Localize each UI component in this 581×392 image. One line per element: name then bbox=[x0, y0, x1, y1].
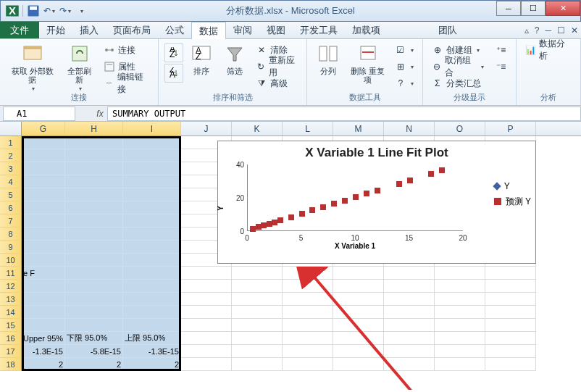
cell[interactable] bbox=[485, 358, 536, 371]
cell[interactable]: 上限 95.0% bbox=[123, 332, 181, 345]
cell[interactable]: -1.3E-15 bbox=[123, 345, 181, 358]
cell[interactable] bbox=[22, 293, 65, 306]
cell[interactable] bbox=[435, 332, 485, 345]
cell[interactable] bbox=[123, 319, 181, 332]
cell[interactable]: e F bbox=[22, 267, 65, 280]
cell[interactable] bbox=[485, 345, 536, 358]
excel-icon[interactable]: X bbox=[5, 4, 20, 18]
cell[interactable] bbox=[384, 267, 435, 280]
column-header[interactable]: J bbox=[181, 122, 232, 135]
cell[interactable] bbox=[384, 306, 435, 319]
menu-tab[interactable]: 开始 bbox=[39, 22, 72, 38]
menu-tab[interactable]: 公式 bbox=[158, 22, 191, 38]
doc-min-icon[interactable]: ─ bbox=[545, 25, 551, 36]
cell[interactable] bbox=[384, 319, 435, 332]
cell[interactable] bbox=[65, 201, 123, 214]
doc-close-icon[interactable]: ✕ bbox=[571, 25, 578, 36]
menu-tab[interactable]: 页面布局 bbox=[106, 22, 158, 38]
cell[interactable]: Upper 95% bbox=[22, 332, 65, 345]
cell[interactable] bbox=[435, 358, 485, 371]
cell[interactable] bbox=[65, 267, 123, 280]
row-header[interactable]: 5 bbox=[0, 188, 22, 201]
cell[interactable] bbox=[65, 319, 123, 332]
column-header[interactable]: K bbox=[232, 122, 283, 135]
cell[interactable] bbox=[435, 267, 485, 280]
cell[interactable] bbox=[333, 332, 384, 345]
cell[interactable] bbox=[333, 306, 384, 319]
row-header[interactable]: 9 bbox=[0, 241, 22, 254]
row-header[interactable]: 14 bbox=[0, 306, 22, 319]
cell[interactable] bbox=[123, 254, 181, 267]
sort-button[interactable]: AZ排序 bbox=[186, 41, 217, 77]
column-header[interactable]: G bbox=[22, 122, 65, 135]
help-icon[interactable]: ? bbox=[535, 25, 540, 36]
select-all-corner[interactable] bbox=[0, 122, 22, 135]
doc-restore-icon[interactable]: ☐ bbox=[557, 25, 565, 36]
cell[interactable] bbox=[65, 293, 123, 306]
cell[interactable] bbox=[22, 214, 65, 228]
cell[interactable] bbox=[181, 332, 232, 345]
cell[interactable] bbox=[22, 306, 65, 319]
redo-icon[interactable]: ↷▾ bbox=[58, 4, 72, 18]
cell[interactable] bbox=[232, 280, 283, 293]
minimize-ribbon-icon[interactable]: ▵ bbox=[524, 25, 529, 36]
cell[interactable] bbox=[22, 175, 65, 188]
connections-button[interactable]: 连接 bbox=[101, 42, 153, 58]
cell[interactable] bbox=[181, 306, 232, 319]
cell[interactable] bbox=[123, 214, 181, 228]
close-button[interactable]: ✕ bbox=[546, 1, 580, 16]
sort-desc-button[interactable]: ZA bbox=[164, 64, 183, 83]
cell[interactable] bbox=[384, 293, 435, 306]
worksheet-grid[interactable]: GHIJKLMNOP 1234567891011e F1213141516Upp… bbox=[0, 122, 581, 390]
minimize-button[interactable]: ─ bbox=[496, 1, 521, 16]
cell[interactable] bbox=[435, 319, 485, 332]
save-icon[interactable] bbox=[26, 4, 41, 18]
menu-tab[interactable]: 加载项 bbox=[345, 22, 388, 38]
column-header[interactable]: P bbox=[485, 122, 536, 135]
data-analysis-button[interactable]: 📊数据分析 bbox=[522, 42, 574, 58]
cell[interactable] bbox=[333, 319, 384, 332]
column-header[interactable]: M bbox=[333, 122, 384, 135]
reapply-button[interactable]: ↻重新应用 bbox=[253, 59, 301, 75]
cell[interactable] bbox=[22, 149, 65, 162]
refresh-all-button[interactable]: 全部刷新▾ bbox=[62, 41, 98, 93]
cell[interactable]: 下限 95.0% bbox=[65, 332, 123, 345]
row-header[interactable]: 12 bbox=[0, 280, 22, 293]
fx-icon[interactable]: fx bbox=[93, 109, 107, 119]
menu-tab[interactable] bbox=[388, 22, 402, 38]
cell[interactable] bbox=[333, 280, 384, 293]
menu-tab[interactable]: 开发工具 bbox=[293, 22, 345, 38]
cell[interactable] bbox=[123, 280, 181, 293]
cell[interactable] bbox=[65, 280, 123, 293]
row-header[interactable]: 10 bbox=[0, 254, 22, 267]
cell[interactable] bbox=[65, 136, 123, 149]
remove-duplicates-button[interactable]: 删除 重复项 bbox=[346, 41, 388, 86]
cell[interactable] bbox=[65, 306, 123, 319]
cell[interactable]: 2 bbox=[22, 358, 65, 371]
get-external-data-button[interactable]: 获取 外部数据▾ bbox=[6, 41, 59, 93]
cell[interactable] bbox=[232, 267, 283, 280]
cell[interactable] bbox=[384, 332, 435, 345]
hide-detail-button[interactable]: ⁻≡ bbox=[493, 59, 510, 75]
cell[interactable] bbox=[65, 254, 123, 267]
cell[interactable] bbox=[485, 332, 536, 345]
cell[interactable] bbox=[65, 175, 123, 188]
cell[interactable] bbox=[485, 319, 536, 332]
row-header[interactable]: 13 bbox=[0, 293, 22, 306]
menu-tab[interactable]: 数据 bbox=[191, 22, 226, 39]
cell[interactable] bbox=[181, 293, 232, 306]
row-header[interactable]: 17 bbox=[0, 345, 22, 358]
row-header[interactable]: 8 bbox=[0, 228, 22, 241]
cell[interactable] bbox=[65, 162, 123, 175]
cell[interactable] bbox=[22, 254, 65, 267]
cell[interactable] bbox=[22, 241, 65, 254]
cell[interactable] bbox=[333, 293, 384, 306]
cell[interactable] bbox=[65, 214, 123, 228]
formula-bar[interactable]: SUMMARY OUTPUT bbox=[107, 107, 581, 121]
cell[interactable] bbox=[181, 319, 232, 332]
cell[interactable] bbox=[485, 267, 536, 280]
cell[interactable] bbox=[123, 201, 181, 214]
cell[interactable] bbox=[123, 162, 181, 175]
column-header[interactable]: L bbox=[283, 122, 333, 135]
row-header[interactable]: 3 bbox=[0, 162, 22, 175]
